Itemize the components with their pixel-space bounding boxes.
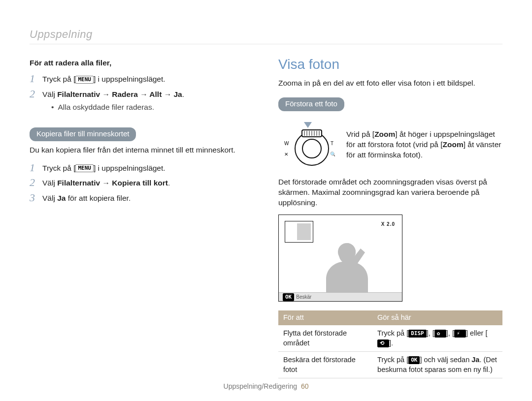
flash-key-icon: ⚡ xyxy=(454,330,466,338)
page-number: 60 xyxy=(301,382,309,390)
timer-key-icon: ⟲ xyxy=(377,339,389,347)
svg-text:🔍: 🔍 xyxy=(330,151,335,157)
svg-text:✕: ✕ xyxy=(284,152,288,157)
silhouette-icon xyxy=(317,232,391,301)
copy-step-2: 2 Välj Filalternativ → Kopiera till kort… xyxy=(30,177,254,188)
svg-text:T: T xyxy=(331,141,333,146)
copy-step-3: 3 Välj Ja för att kopiera filer. xyxy=(30,192,254,204)
chip-enlarge: Förstora ett foto xyxy=(278,97,344,111)
svg-text:W: W xyxy=(284,141,289,146)
copy-step-1: 1 Tryck på [MENU] i uppspelningsläget. xyxy=(30,162,254,174)
page-footer: Uppspelning/Redigering 60 xyxy=(0,382,532,391)
ok-key-icon: OK xyxy=(408,356,420,364)
menu-key-icon: MENU xyxy=(75,76,94,84)
delete-all-title: För att radera alla filer, xyxy=(30,58,254,68)
dial-icon: W ✕ T 🔍 xyxy=(281,129,335,168)
table-row: Flytta det förstorade området Tryck på [… xyxy=(278,325,502,352)
left-column: För att radera alla filer, 1 Tryck på [M… xyxy=(30,58,254,379)
zoom-note: Det förstorade området och zoomningsgrad… xyxy=(278,177,502,208)
zoom-dial-illustration: W ✕ T 🔍 xyxy=(278,122,337,168)
zoom-instruction: Vrid på [Zoom] åt höger i uppspelningslä… xyxy=(346,129,502,160)
col-do: Gör så här xyxy=(372,310,502,325)
svg-point-14 xyxy=(338,243,356,261)
table-row: Beskära det förstorade fotot Tryck på [O… xyxy=(278,352,502,378)
disp-key-icon: DISP xyxy=(408,330,427,338)
copy-intro: Du kan kopiera filer från det interna mi… xyxy=(30,145,254,155)
right-column: Visa foton Zooma in på en del av ett fot… xyxy=(278,58,502,379)
down-arrow-icon xyxy=(304,122,312,128)
thumbnail-frame xyxy=(285,221,313,243)
intro-text: Zooma in på en del av ett foto eller vis… xyxy=(278,78,502,89)
svg-point-1 xyxy=(302,139,321,158)
section-header: Uppspelning xyxy=(30,27,502,44)
section-title: Visa foton xyxy=(278,55,502,74)
camera-screen-illustration: X 2.0 OK Beskär xyxy=(278,215,402,302)
menu-key-icon: MENU xyxy=(75,164,94,172)
zoom-indicator: X 2.0 xyxy=(381,221,395,228)
macro-key-icon: ✿ xyxy=(434,330,446,338)
delete-step-1: 1 Tryck på [MENU] i uppspelningsläget. xyxy=(30,73,254,85)
col-for: För att xyxy=(278,310,372,325)
actions-table: För att Gör så här Flytta det förstorade… xyxy=(278,310,502,378)
chip-copy-files: Kopiera filer till minneskortet xyxy=(30,127,136,141)
delete-step-2: 2 Välj Filalternativ → Radera → Allt → J… xyxy=(30,89,254,113)
ok-key-icon: OK xyxy=(283,293,294,301)
